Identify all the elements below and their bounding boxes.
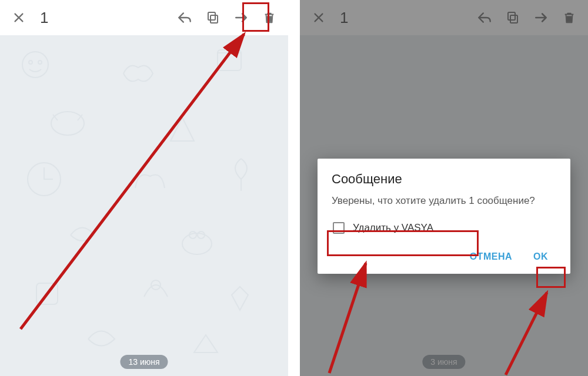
selected-count: 1 [33, 9, 56, 27]
dialog-message: Уверены, что хотите удалить 1 сообщение? [332, 194, 556, 208]
svg-rect-12 [36, 283, 58, 304]
dialog-title: Сообщение [332, 172, 556, 187]
svg-point-9 [182, 233, 212, 254]
svg-point-4 [38, 61, 42, 64]
svg-rect-0 [211, 15, 218, 23]
svg-point-11 [198, 231, 205, 239]
close-button[interactable] [5, 4, 33, 32]
doodle-pattern [0, 35, 288, 376]
pane-left: 1 [0, 0, 288, 376]
annotation-highlight-trash [242, 2, 269, 32]
annotation-highlight-ok [536, 267, 566, 288]
date-chip: 13 июня [120, 355, 168, 369]
annotation-highlight-checkbox [327, 230, 479, 256]
svg-rect-1 [208, 12, 215, 20]
pane-right: 1 3 июня Сообщение Уверены, что хотите у… [300, 0, 588, 376]
reply-button[interactable] [171, 4, 199, 32]
delete-dialog: Сообщение Уверены, что хотите удалить 1 … [318, 159, 570, 274]
ok-button[interactable]: OK [525, 246, 556, 268]
svg-point-2 [22, 52, 48, 78]
copy-button[interactable] [199, 4, 227, 32]
chat-background: 13 июня [0, 35, 288, 376]
svg-point-3 [29, 61, 32, 64]
svg-point-6 [51, 112, 84, 135]
svg-point-10 [189, 231, 196, 239]
